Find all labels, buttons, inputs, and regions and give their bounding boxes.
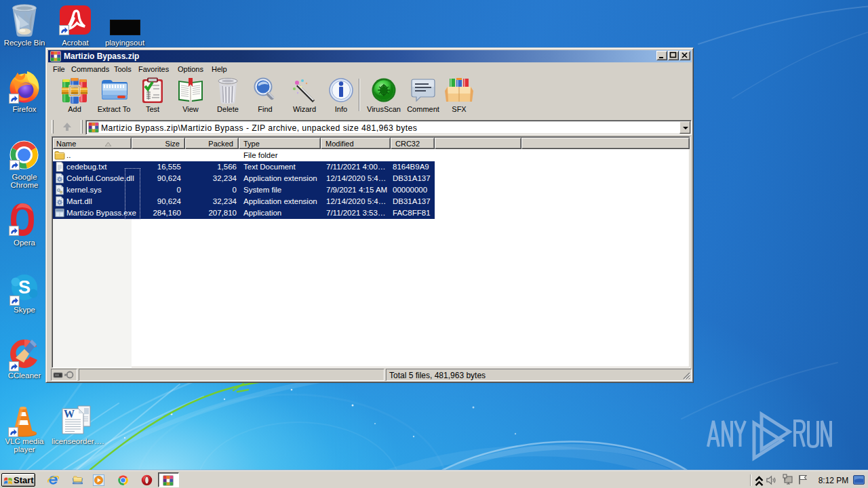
svg-text:S: S	[18, 277, 31, 298]
svg-text:W: W	[64, 408, 75, 420]
